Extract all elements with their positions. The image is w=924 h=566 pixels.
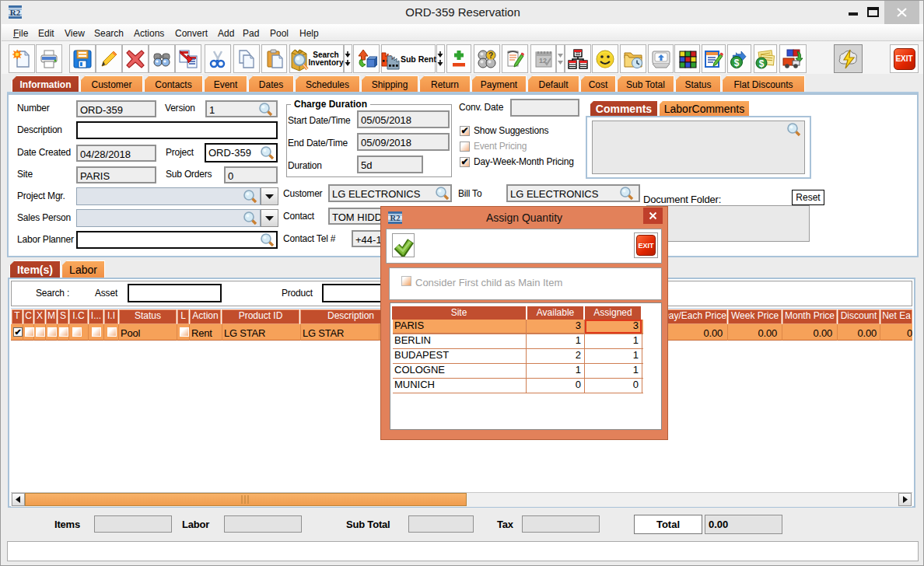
svg-text:?: ? <box>488 51 493 60</box>
svg-text:$: $ <box>733 57 739 68</box>
svg-text:$: $ <box>759 58 765 68</box>
